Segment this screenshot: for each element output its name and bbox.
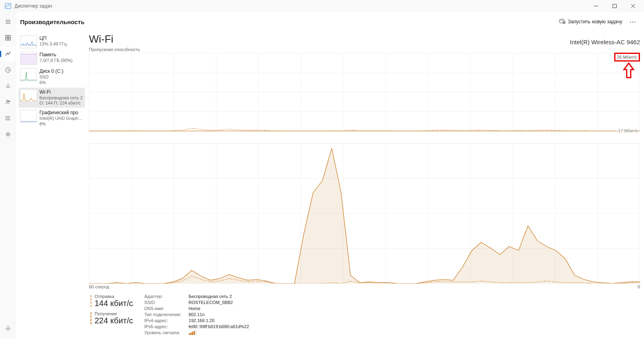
svg-rect-10 (6, 38, 8, 40)
chart-mid-label: 17 Мбит/с (617, 128, 640, 133)
stat-details-grid: Адаптер:Беспроводная сеть 2SSID:ROSTELEC… (144, 294, 249, 336)
stat-value: 802.11n (189, 312, 249, 317)
app-icon (5, 3, 11, 9)
sidebar-item-cpu[interactable]: ЦП13% 3,49 ГГц (19, 34, 85, 50)
stat-value (189, 330, 249, 336)
nav-rail (0, 12, 16, 339)
signal-strength-icon (189, 330, 196, 335)
memory-thumb (20, 52, 37, 65)
svg-rect-9 (8, 35, 10, 37)
run-task-icon (559, 18, 566, 26)
chart-caption: Пропускная способность (89, 47, 140, 52)
nav-performance[interactable] (1, 47, 15, 61)
nav-users[interactable] (1, 95, 15, 109)
stat-value: ROSTELECOM_5BB2 (189, 300, 249, 305)
svg-point-20 (5, 118, 6, 118)
svg-point-19 (5, 116, 6, 117)
window-maximize-button[interactable] (605, 0, 624, 12)
stat-value: 192.168.1.20 (189, 318, 249, 323)
nav-details[interactable] (1, 111, 15, 125)
page-title: Производительность (20, 18, 85, 25)
more-options-button[interactable]: ⋯ (626, 15, 639, 28)
window-minimize-button[interactable] (587, 0, 605, 12)
gpu-thumb (20, 110, 37, 123)
detail-pane: Wi-Fi Intel(R) Wireless-AC 9462 Пропускн… (87, 31, 644, 339)
svg-rect-2 (613, 4, 617, 8)
nav-hamburger-button[interactable] (1, 14, 15, 29)
nav-settings[interactable] (1, 321, 15, 336)
stat-value: fe80::99ff:b019:b090:a61d%22 (189, 324, 249, 329)
app-title: Диспетчер задач (14, 3, 587, 9)
svg-rect-8 (6, 35, 8, 37)
stat-key: Адаптер: (144, 294, 181, 299)
chart-x-right: 0 (638, 284, 640, 289)
chart-max-highlight: 26 Мбит/с (614, 53, 640, 62)
window-titlebar: Диспетчер задач (0, 0, 644, 12)
svg-point-22 (7, 133, 9, 136)
performance-sidebar: ЦП13% 3,49 ГГц Память7,0/7,8 ГБ (90%) Ди… (16, 31, 87, 339)
chart-x-left: 60 секунд (89, 284, 109, 289)
sidebar-item-disk0[interactable]: Диск 0 (C:)SSD6% (19, 67, 85, 87)
stat-key: Тип подключения: (144, 312, 181, 317)
sidebar-item-wifi[interactable]: Wi-FiБеспроводная сеть 2О: 144 П: 224 кб… (19, 88, 85, 108)
stat-key: Уровень сигнала: (144, 330, 181, 336)
annotation-arrow-icon (623, 62, 634, 78)
stat-value: Беспроводная сеть 2 (189, 294, 249, 299)
page-header: Производительность Запустить новую задач… (16, 12, 644, 31)
stat-recv: Получение 224 кбит/с (91, 311, 133, 325)
wifi-thumb (20, 89, 37, 102)
sidebar-item-gpu[interactable]: Графический проIntel(R) UHD Graphics 68% (19, 108, 85, 129)
run-new-task-button[interactable]: Запустить новую задачу (555, 16, 626, 28)
nav-processes[interactable] (1, 31, 15, 45)
disk-thumb (20, 68, 37, 81)
nav-startup[interactable] (1, 79, 15, 93)
window-close-button[interactable] (624, 0, 642, 12)
svg-rect-11 (8, 38, 10, 40)
stat-key: IPv4-адрес: (144, 318, 181, 323)
detail-adapter-name: Intel(R) Wireless-AC 9462 (570, 39, 640, 45)
svg-point-23 (7, 328, 9, 329)
svg-point-15 (8, 101, 10, 102)
throughput-chart: 26 Мбит/с 17 Мбит/с (89, 53, 640, 284)
stat-key: IPv6-адрес: (144, 324, 181, 329)
stat-key: SSID: (144, 300, 181, 305)
run-task-label: Запустить новую задачу (568, 19, 622, 25)
stat-send: Отправка 144 кбит/с (91, 294, 133, 308)
svg-rect-24 (559, 19, 564, 23)
svg-rect-29 (21, 54, 37, 64)
stats-panel: Отправка 144 кбит/с Получение 224 кбит/с… (89, 289, 640, 339)
nav-app-history[interactable] (1, 63, 15, 77)
nav-services[interactable] (1, 127, 15, 142)
svg-point-21 (5, 119, 6, 120)
svg-point-14 (6, 100, 8, 102)
cpu-thumb (20, 35, 37, 48)
stat-key: DNS-имя: (144, 306, 181, 311)
sidebar-item-memory[interactable]: Память7,0/7,8 ГБ (90%) (19, 50, 85, 66)
stat-value: Home (189, 306, 249, 311)
detail-title: Wi-Fi (89, 33, 114, 45)
